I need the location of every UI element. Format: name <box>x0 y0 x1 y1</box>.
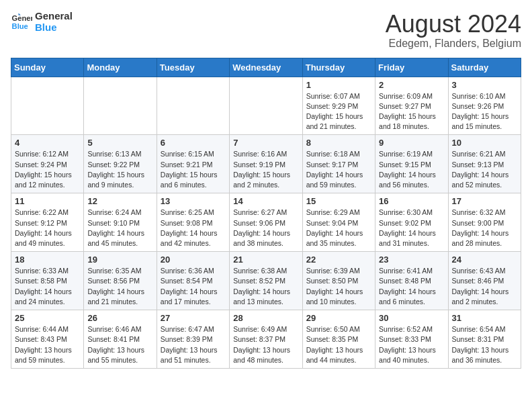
day-info: Sunrise: 6:38 AMSunset: 8:52 PMDaylight:… <box>233 266 298 307</box>
day-info: Sunrise: 6:19 AMSunset: 9:15 PMDaylight:… <box>379 149 444 190</box>
day-cell: 18Sunrise: 6:33 AMSunset: 8:58 PMDayligh… <box>11 252 84 310</box>
day-number: 13 <box>161 196 226 206</box>
day-number: 23 <box>379 255 444 265</box>
day-info: Sunrise: 6:52 AMSunset: 8:33 PMDaylight:… <box>379 324 444 365</box>
day-number: 9 <box>379 138 444 148</box>
header-cell-sunday: Sunday <box>11 58 84 77</box>
day-cell: 31Sunrise: 6:54 AMSunset: 8:31 PMDayligh… <box>448 310 521 369</box>
day-info: Sunrise: 6:22 AMSunset: 9:12 PMDaylight:… <box>15 208 80 248</box>
day-cell: 6Sunrise: 6:15 AMSunset: 9:21 PMDaylight… <box>157 135 229 193</box>
day-cell: 11Sunrise: 6:22 AMSunset: 9:12 PMDayligh… <box>11 193 84 252</box>
day-number: 19 <box>87 255 152 265</box>
day-cell: 30Sunrise: 6:52 AMSunset: 8:33 PMDayligh… <box>375 310 448 369</box>
day-info: Sunrise: 6:35 AMSunset: 8:56 PMDaylight:… <box>87 266 152 307</box>
calendar-header: SundayMondayTuesdayWednesdayThursdayFrid… <box>11 58 521 77</box>
header-cell-thursday: Thursday <box>302 58 375 77</box>
day-info: Sunrise: 6:29 AMSunset: 9:04 PMDaylight:… <box>306 208 371 248</box>
day-info: Sunrise: 6:25 AMSunset: 9:08 PMDaylight:… <box>161 208 226 248</box>
day-cell: 2Sunrise: 6:09 AMSunset: 9:27 PMDaylight… <box>375 77 448 135</box>
day-number: 22 <box>306 255 371 265</box>
day-info: Sunrise: 6:24 AMSunset: 9:10 PMDaylight:… <box>87 208 152 248</box>
day-cell: 26Sunrise: 6:46 AMSunset: 8:41 PMDayligh… <box>84 310 157 369</box>
day-info: Sunrise: 6:36 AMSunset: 8:54 PMDaylight:… <box>161 266 226 307</box>
day-cell: 1Sunrise: 6:07 AMSunset: 9:29 PMDaylight… <box>302 77 375 135</box>
day-info: Sunrise: 6:39 AMSunset: 8:50 PMDaylight:… <box>306 266 371 307</box>
day-number: 18 <box>15 255 80 265</box>
day-cell: 9Sunrise: 6:19 AMSunset: 9:15 PMDaylight… <box>375 135 448 193</box>
day-number: 27 <box>161 313 226 323</box>
day-cell: 24Sunrise: 6:43 AMSunset: 8:46 PMDayligh… <box>448 252 521 310</box>
day-number: 4 <box>15 138 80 148</box>
header-cell-friday: Friday <box>375 58 448 77</box>
day-cell: 3Sunrise: 6:10 AMSunset: 9:26 PMDaylight… <box>448 77 521 135</box>
day-info: Sunrise: 6:54 AMSunset: 8:31 PMDaylight:… <box>452 324 517 365</box>
day-cell <box>157 77 229 135</box>
day-number: 7 <box>233 138 298 148</box>
day-cell: 29Sunrise: 6:50 AMSunset: 8:35 PMDayligh… <box>302 310 375 369</box>
day-number: 20 <box>161 255 226 265</box>
day-info: Sunrise: 6:09 AMSunset: 9:27 PMDaylight:… <box>379 91 444 132</box>
day-number: 1 <box>306 80 371 90</box>
header-cell-tuesday: Tuesday <box>157 58 229 77</box>
header-cell-monday: Monday <box>84 58 157 77</box>
day-cell: 5Sunrise: 6:13 AMSunset: 9:22 PMDaylight… <box>84 135 157 193</box>
day-number: 30 <box>379 313 444 323</box>
day-info: Sunrise: 6:21 AMSunset: 9:13 PMDaylight:… <box>452 149 517 190</box>
day-number: 10 <box>452 138 517 148</box>
header-cell-wednesday: Wednesday <box>230 58 302 77</box>
day-cell: 21Sunrise: 6:38 AMSunset: 8:52 PMDayligh… <box>230 252 302 310</box>
day-cell: 10Sunrise: 6:21 AMSunset: 9:13 PMDayligh… <box>448 135 521 193</box>
logo-text: General Blue <box>35 11 73 33</box>
day-info: Sunrise: 6:18 AMSunset: 9:17 PMDaylight:… <box>306 149 371 190</box>
day-number: 6 <box>161 138 226 148</box>
day-cell: 4Sunrise: 6:12 AMSunset: 9:24 PMDaylight… <box>11 135 84 193</box>
day-info: Sunrise: 6:41 AMSunset: 8:48 PMDaylight:… <box>379 266 444 307</box>
calendar-table: SundayMondayTuesdayWednesdayThursdayFrid… <box>11 58 521 369</box>
day-cell: 8Sunrise: 6:18 AMSunset: 9:17 PMDaylight… <box>302 135 375 193</box>
day-cell: 15Sunrise: 6:29 AMSunset: 9:04 PMDayligh… <box>302 193 375 252</box>
day-cell: 27Sunrise: 6:47 AMSunset: 8:39 PMDayligh… <box>157 310 229 369</box>
day-number: 11 <box>15 196 80 206</box>
day-number: 26 <box>87 313 152 323</box>
day-number: 12 <box>87 196 152 206</box>
week-row-2: 4Sunrise: 6:12 AMSunset: 9:24 PMDaylight… <box>11 135 521 193</box>
day-number: 28 <box>233 313 298 323</box>
day-number: 31 <box>452 313 517 323</box>
day-cell: 25Sunrise: 6:44 AMSunset: 8:43 PMDayligh… <box>11 310 84 369</box>
week-row-4: 18Sunrise: 6:33 AMSunset: 8:58 PMDayligh… <box>11 252 521 310</box>
day-number: 14 <box>233 196 298 206</box>
header-cell-saturday: Saturday <box>448 58 521 77</box>
title-block: August 2024 Edegem, Flanders, Belgium <box>386 11 521 50</box>
day-number: 2 <box>379 80 444 90</box>
day-cell: 7Sunrise: 6:16 AMSunset: 9:19 PMDaylight… <box>230 135 302 193</box>
day-number: 5 <box>87 138 152 148</box>
calendar-body: 1Sunrise: 6:07 AMSunset: 9:29 PMDaylight… <box>11 77 521 368</box>
day-number: 17 <box>452 196 517 206</box>
logo: General Blue General Blue <box>11 11 73 33</box>
day-number: 21 <box>233 255 298 265</box>
calendar-subtitle: Edegem, Flanders, Belgium <box>386 38 521 50</box>
day-cell: 16Sunrise: 6:30 AMSunset: 9:02 PMDayligh… <box>375 193 448 252</box>
day-info: Sunrise: 6:49 AMSunset: 8:37 PMDaylight:… <box>233 324 298 365</box>
day-info: Sunrise: 6:07 AMSunset: 9:29 PMDaylight:… <box>306 91 371 132</box>
day-cell <box>230 77 302 135</box>
day-cell: 20Sunrise: 6:36 AMSunset: 8:54 PMDayligh… <box>157 252 229 310</box>
day-info: Sunrise: 6:50 AMSunset: 8:35 PMDaylight:… <box>306 324 371 365</box>
day-info: Sunrise: 6:16 AMSunset: 9:19 PMDaylight:… <box>233 149 298 190</box>
day-number: 8 <box>306 138 371 148</box>
svg-text:General: General <box>12 14 32 22</box>
week-row-5: 25Sunrise: 6:44 AMSunset: 8:43 PMDayligh… <box>11 310 521 369</box>
day-cell: 17Sunrise: 6:32 AMSunset: 9:00 PMDayligh… <box>448 193 521 252</box>
day-number: 15 <box>306 196 371 206</box>
day-cell: 13Sunrise: 6:25 AMSunset: 9:08 PMDayligh… <box>157 193 229 252</box>
day-cell <box>84 77 157 135</box>
day-info: Sunrise: 6:43 AMSunset: 8:46 PMDaylight:… <box>452 266 517 307</box>
day-cell: 22Sunrise: 6:39 AMSunset: 8:50 PMDayligh… <box>302 252 375 310</box>
day-cell: 23Sunrise: 6:41 AMSunset: 8:48 PMDayligh… <box>375 252 448 310</box>
day-number: 29 <box>306 313 371 323</box>
day-info: Sunrise: 6:32 AMSunset: 9:00 PMDaylight:… <box>452 208 517 248</box>
day-info: Sunrise: 6:47 AMSunset: 8:39 PMDaylight:… <box>161 324 226 365</box>
day-cell: 28Sunrise: 6:49 AMSunset: 8:37 PMDayligh… <box>230 310 302 369</box>
day-info: Sunrise: 6:44 AMSunset: 8:43 PMDaylight:… <box>15 324 80 365</box>
day-number: 24 <box>452 255 517 265</box>
